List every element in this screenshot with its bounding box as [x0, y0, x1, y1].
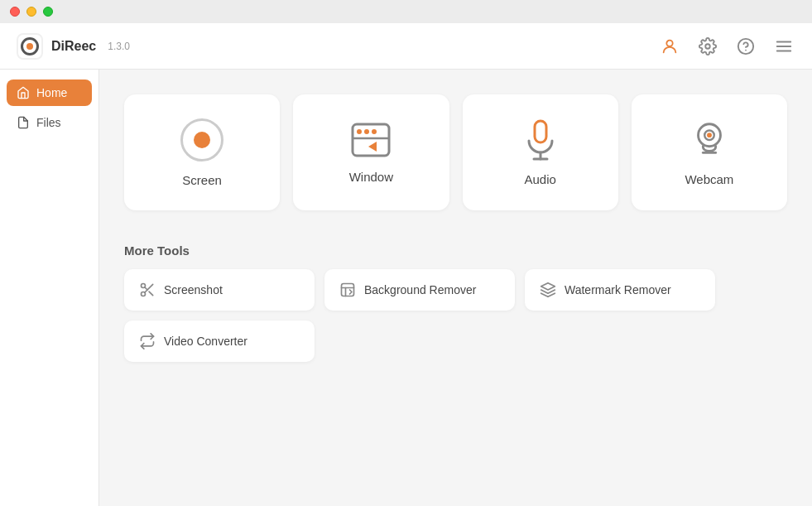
screen-label: Screen	[182, 173, 222, 187]
sidebar-files-label: Files	[36, 116, 61, 129]
more-tools-label: More Tools	[124, 243, 787, 258]
header-left: DiReec 1.3.0	[17, 33, 130, 60]
svg-rect-12	[535, 121, 546, 142]
app-logo	[17, 33, 43, 60]
watermark-remover-tool[interactable]: Watermark Remover	[525, 269, 715, 311]
sidebar-home-label: Home	[36, 86, 67, 99]
audio-card[interactable]: Audio	[463, 94, 618, 210]
svg-point-9	[364, 129, 369, 134]
header-right	[658, 35, 795, 58]
background-remover-tool[interactable]: Background Remover	[324, 269, 515, 311]
window-card[interactable]: Window	[293, 94, 449, 210]
background-icon	[339, 282, 356, 298]
sidebar: Home Files	[0, 70, 99, 506]
tools-grid: Screenshot Background Remover	[124, 269, 787, 362]
menu-icon[interactable]	[772, 35, 795, 58]
svg-point-1	[705, 44, 710, 49]
watermark-remover-label: Watermark Remover	[565, 283, 671, 296]
svg-point-10	[372, 129, 377, 134]
svg-rect-24	[342, 284, 354, 296]
webcam-card[interactable]: Webcam	[632, 94, 787, 210]
help-icon[interactable]	[734, 35, 757, 58]
title-bar	[0, 0, 812, 23]
scissors-icon	[139, 282, 156, 298]
app-name: DiReec	[51, 39, 96, 54]
logo-circle	[21, 37, 39, 55]
screenshot-label: Screenshot	[164, 283, 223, 296]
app-window: DiReec 1.3.0	[0, 23, 812, 506]
main-content: Screen Window	[99, 70, 812, 506]
audio-label: Audio	[524, 172, 555, 186]
header: DiReec 1.3.0	[0, 23, 812, 70]
logo-dot	[26, 43, 33, 50]
files-icon	[17, 116, 30, 129]
sidebar-item-files[interactable]: Files	[7, 109, 92, 136]
screenshot-tool[interactable]: Screenshot	[124, 269, 315, 311]
app-version: 1.3.0	[108, 41, 130, 52]
svg-line-23	[145, 287, 147, 290]
window-label: Window	[349, 170, 393, 184]
recording-cards: Screen Window	[124, 94, 787, 210]
background-remover-label: Background Remover	[364, 283, 476, 296]
svg-point-0	[666, 40, 672, 46]
video-converter-tool[interactable]: Video Converter	[124, 320, 315, 362]
sidebar-item-home[interactable]: Home	[7, 80, 92, 106]
maximize-button[interactable]	[43, 7, 53, 17]
window-icon	[350, 122, 392, 158]
content-area: Home Files	[0, 70, 812, 506]
convert-icon	[139, 333, 156, 349]
screen-card[interactable]: Screen	[124, 94, 280, 210]
home-icon	[17, 86, 30, 99]
settings-icon[interactable]	[696, 35, 719, 58]
user-icon[interactable]	[658, 35, 681, 58]
watermark-icon	[540, 282, 556, 298]
audio-icon	[526, 119, 555, 161]
close-button[interactable]	[10, 7, 20, 17]
svg-point-8	[357, 129, 362, 134]
video-converter-label: Video Converter	[164, 335, 247, 348]
webcam-label: Webcam	[685, 172, 733, 186]
minimize-button[interactable]	[26, 7, 36, 17]
webcam-icon	[689, 119, 730, 161]
more-tools-section: More Tools Screenshot	[124, 243, 787, 362]
svg-point-17	[707, 133, 712, 137]
svg-rect-7	[353, 124, 389, 156]
svg-line-22	[149, 292, 153, 296]
screen-icon	[180, 118, 223, 161]
